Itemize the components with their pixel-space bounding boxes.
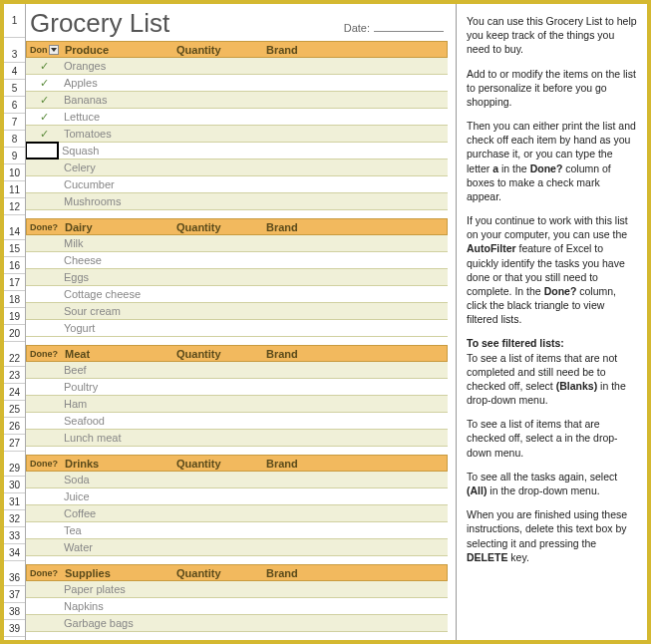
brand-cell[interactable] [261, 303, 448, 319]
quantity-cell[interactable] [171, 522, 261, 538]
quantity-cell[interactable] [171, 58, 261, 74]
item-cell[interactable]: Cottage cheese [60, 286, 171, 302]
item-cell[interactable]: Yogurt [60, 320, 171, 336]
table-row[interactable]: ✓Oranges [26, 58, 448, 75]
item-cell[interactable]: Coffee [60, 505, 171, 521]
table-row[interactable]: Poultry [26, 379, 448, 396]
done-cell[interactable] [26, 320, 60, 336]
done-cell[interactable] [26, 581, 60, 597]
brand-cell[interactable] [261, 58, 448, 74]
quantity-cell[interactable] [171, 615, 261, 631]
brand-cell[interactable] [261, 598, 448, 614]
item-cell[interactable]: Ham [60, 396, 171, 412]
item-cell[interactable]: Cucumber [60, 176, 171, 192]
quantity-cell[interactable] [171, 109, 261, 125]
table-row[interactable]: Garbage bags [26, 615, 448, 632]
done-cell[interactable] [26, 286, 60, 302]
table-row[interactable]: ✓Lettuce [26, 109, 448, 126]
table-row[interactable]: Juice [26, 488, 448, 505]
brand-cell[interactable] [261, 176, 448, 192]
brand-cell[interactable] [259, 143, 448, 159]
quantity-cell[interactable] [171, 235, 261, 251]
col-done-header[interactable]: Done? [27, 346, 61, 361]
brand-cell[interactable] [261, 413, 448, 429]
table-row[interactable]: Napkins [26, 598, 448, 615]
done-cell[interactable] [26, 413, 60, 429]
brand-cell[interactable] [261, 252, 448, 268]
quantity-cell[interactable] [171, 430, 261, 446]
table-row[interactable]: Ham [26, 396, 448, 413]
item-cell[interactable]: Mushrooms [60, 193, 171, 209]
brand-cell[interactable] [261, 472, 448, 487]
item-cell[interactable]: Water [60, 539, 171, 555]
quantity-cell[interactable] [171, 472, 261, 487]
brand-cell[interactable] [261, 379, 448, 395]
quantity-cell[interactable] [171, 505, 261, 521]
item-cell[interactable]: Soda [60, 472, 171, 487]
done-cell[interactable] [26, 488, 60, 504]
table-row[interactable]: Beef [26, 362, 448, 379]
done-cell[interactable] [26, 396, 60, 412]
quantity-cell[interactable] [171, 362, 261, 378]
done-cell[interactable]: ✓ [26, 58, 60, 74]
item-cell[interactable]: Garbage bags [60, 615, 171, 631]
item-cell[interactable]: Eggs [60, 269, 171, 285]
brand-cell[interactable] [261, 522, 448, 538]
done-cell[interactable] [26, 176, 60, 192]
done-cell[interactable] [26, 362, 60, 378]
quantity-cell[interactable] [171, 126, 261, 142]
item-cell[interactable]: Oranges [60, 58, 171, 74]
table-row[interactable]: Mushrooms [26, 193, 448, 210]
brand-cell[interactable] [261, 320, 448, 336]
quantity-cell[interactable] [169, 143, 259, 159]
quantity-cell[interactable] [171, 413, 261, 429]
table-row[interactable]: Eggs [26, 269, 448, 286]
brand-cell[interactable] [261, 235, 448, 251]
done-cell[interactable] [26, 505, 60, 521]
brand-cell[interactable] [261, 362, 448, 378]
filter-dropdown-icon[interactable] [49, 45, 59, 55]
quantity-cell[interactable] [171, 286, 261, 302]
item-cell[interactable]: Beef [60, 362, 171, 378]
quantity-cell[interactable] [171, 379, 261, 395]
done-cell[interactable] [26, 598, 60, 614]
brand-cell[interactable] [261, 581, 448, 597]
item-cell[interactable]: Milk [60, 235, 171, 251]
brand-cell[interactable] [261, 488, 448, 504]
item-cell[interactable]: Poultry [60, 379, 171, 395]
table-row[interactable]: Paper plates [26, 581, 448, 598]
quantity-cell[interactable] [171, 176, 261, 192]
table-row[interactable]: Yogurt [26, 320, 448, 337]
brand-cell[interactable] [261, 505, 448, 521]
done-cell[interactable] [26, 269, 60, 285]
brand-cell[interactable] [261, 269, 448, 285]
done-cell[interactable] [26, 615, 60, 631]
done-cell[interactable] [26, 472, 60, 487]
item-cell[interactable]: Tea [60, 522, 171, 538]
table-row[interactable]: Milk [26, 235, 448, 252]
col-done-header[interactable]: Don [27, 42, 61, 57]
item-cell[interactable]: Apples [60, 75, 171, 91]
done-cell[interactable] [26, 522, 60, 538]
done-cell[interactable]: ✓ [26, 126, 60, 142]
quantity-cell[interactable] [171, 160, 261, 175]
quantity-cell[interactable] [171, 303, 261, 319]
done-cell[interactable] [26, 235, 60, 251]
table-row[interactable]: ✓Bananas [26, 92, 448, 109]
brand-cell[interactable] [261, 75, 448, 91]
table-row[interactable]: Water [26, 539, 448, 556]
col-done-header[interactable]: Done? [27, 456, 61, 471]
table-row[interactable]: Cheese [26, 252, 448, 269]
done-cell[interactable]: ✓ [26, 92, 60, 108]
brand-cell[interactable] [261, 193, 448, 209]
done-cell[interactable] [26, 252, 60, 268]
table-row[interactable]: Cottage cheese [26, 286, 448, 303]
table-row[interactable]: Lunch meat [26, 430, 448, 447]
done-cell[interactable] [26, 430, 60, 446]
col-done-header[interactable]: Done? [27, 219, 61, 234]
table-row[interactable]: Sour cream [26, 303, 448, 320]
quantity-cell[interactable] [171, 193, 261, 209]
quantity-cell[interactable] [171, 75, 261, 91]
table-row[interactable]: Celery [26, 160, 448, 176]
table-row[interactable]: ✓Apples [26, 75, 448, 92]
